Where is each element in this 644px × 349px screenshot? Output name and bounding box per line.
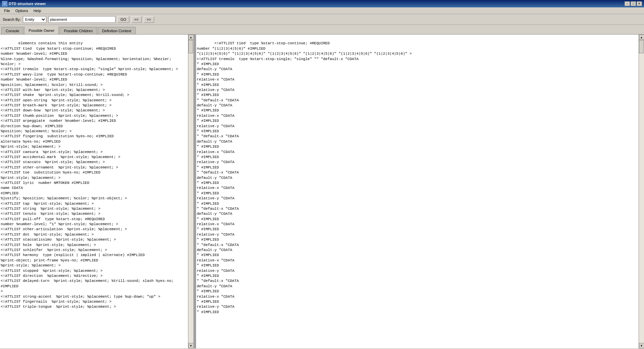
right-panel-text: <!ATTLIST tied type %start-stop-continue… — [197, 41, 412, 314]
left-scroll-up[interactable]: ▲ — [188, 35, 194, 40]
search-by-label: Search By: — [3, 17, 21, 21]
tab-bar: Console Possible Owner Possible Children… — [0, 25, 644, 34]
title-bar-left: D DTD structure viewer — [2, 1, 46, 6]
prev-button[interactable]: << — [131, 16, 142, 23]
go-button[interactable]: GO — [118, 16, 129, 23]
window-controls: − □ ✕ — [625, 1, 642, 6]
left-panel-row: elements contains this entity <!ATTLIST … — [0, 35, 193, 348]
right-panel-content[interactable]: <!ATTLIST tied type %start-stop-continue… — [196, 35, 639, 348]
search-bar: Search By: Entity Element Attribute GO <… — [0, 14, 644, 25]
right-scroll-track[interactable] — [639, 40, 644, 343]
tab-console[interactable]: Console — [1, 27, 24, 34]
tab-definition-context[interactable]: Definition Context — [98, 27, 136, 34]
close-button[interactable]: ✕ — [637, 1, 642, 6]
tab-possible-owner-label: Possible Owner — [29, 29, 54, 33]
tab-console-label: Console — [6, 29, 19, 33]
tab-possible-children[interactable]: Possible Children — [59, 27, 97, 34]
left-scroll-thumb[interactable] — [188, 40, 193, 53]
tab-possible-children-label: Possible Children — [64, 29, 93, 33]
right-scrollbar[interactable]: ▲ ▼ — [639, 35, 644, 348]
left-panel-text: elements contains this entity <!ATTLIST … — [1, 41, 178, 309]
left-scroll-down[interactable]: ▼ — [188, 343, 194, 348]
menu-options[interactable]: Options — [13, 8, 31, 13]
app-icon: D — [2, 1, 7, 6]
left-scrollbar[interactable]: ▲ ▼ — [188, 35, 193, 348]
menu-help[interactable]: Help — [31, 8, 44, 13]
menu-bar: File Options Help — [0, 7, 644, 14]
left-panel-content[interactable]: elements contains this entity <!ATTLIST … — [0, 35, 188, 348]
left-scroll-track[interactable] — [188, 40, 193, 343]
right-scroll-up[interactable]: ▲ — [639, 35, 644, 40]
right-scroll-thumb[interactable] — [639, 40, 644, 53]
right-panel-row: <!ATTLIST tied type %start-stop-continue… — [196, 35, 644, 348]
search-input[interactable] — [48, 16, 116, 23]
right-panel: <!ATTLIST tied type %start-stop-continue… — [196, 35, 644, 348]
maximize-button[interactable]: □ — [631, 1, 636, 6]
main-content: elements contains this entity <!ATTLIST … — [0, 34, 644, 348]
menu-file[interactable]: File — [1, 8, 13, 13]
tab-possible-owner[interactable]: Possible Owner — [24, 26, 59, 34]
next-button[interactable]: >> — [144, 16, 154, 23]
app-title: DTD structure viewer — [9, 2, 46, 6]
search-type-select[interactable]: Entity Element Attribute — [23, 16, 46, 23]
tab-definition-context-label: Definition Context — [102, 29, 131, 33]
minimize-button[interactable]: − — [625, 1, 630, 6]
title-bar: D DTD structure viewer − □ ✕ — [0, 0, 644, 7]
left-panel: elements contains this entity <!ATTLIST … — [0, 35, 195, 348]
right-scroll-down[interactable]: ▼ — [639, 343, 644, 348]
